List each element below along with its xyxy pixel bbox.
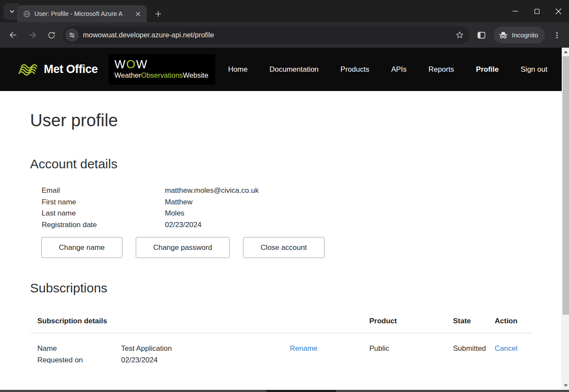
site-header: Met Office WOW WeatherObservationsWebsit… bbox=[0, 48, 562, 91]
field-value-last-name: Moles bbox=[165, 208, 562, 219]
nav-item-sign-out[interactable]: Sign out bbox=[520, 65, 547, 74]
maximize-icon bbox=[534, 9, 540, 14]
bookmark-star-icon[interactable] bbox=[455, 30, 464, 40]
row-label-requested-on: Requested on bbox=[37, 355, 121, 366]
chevron-down-icon bbox=[9, 8, 15, 15]
account-details-heading: Account details bbox=[30, 157, 562, 171]
page-viewport: Met Office WOW WeatherObservationsWebsit… bbox=[0, 48, 562, 390]
footer-peek bbox=[266, 390, 336, 392]
back-button[interactable] bbox=[5, 27, 21, 43]
forward-arrow-icon bbox=[28, 30, 37, 40]
back-arrow-icon bbox=[9, 30, 18, 40]
nav-item-apis[interactable]: APIs bbox=[391, 65, 407, 74]
change-password-button[interactable]: Change password bbox=[136, 237, 230, 258]
field-label-last-name: Last name bbox=[42, 208, 165, 219]
met-office-waves-icon bbox=[17, 61, 40, 79]
minimize-icon bbox=[512, 8, 518, 14]
page-title: User profile bbox=[30, 111, 562, 130]
col-header-product: Product bbox=[369, 317, 453, 325]
subscription-name: Test Application bbox=[121, 343, 290, 355]
side-panel-icon bbox=[477, 31, 486, 40]
col-header-state: State bbox=[453, 317, 495, 325]
plus-icon bbox=[155, 11, 161, 17]
close-account-button[interactable]: Close account bbox=[243, 237, 325, 258]
scrollbar-down-arrow[interactable] bbox=[562, 382, 569, 389]
browser-toolbar: mowowuat.developer.azure-api.net/profile… bbox=[0, 22, 569, 48]
subscription-requested-date: 02/23/2024 bbox=[121, 355, 290, 366]
side-panel-button[interactable] bbox=[474, 27, 489, 43]
subscriptions-table: Subscription details Product State Actio… bbox=[30, 317, 532, 366]
change-name-button[interactable]: Change name bbox=[41, 237, 122, 258]
reload-button[interactable] bbox=[44, 27, 59, 43]
subscription-row-values: Test Application 02/23/2024 bbox=[121, 343, 290, 366]
scrollbar-thumb[interactable] bbox=[563, 56, 569, 315]
incognito-icon bbox=[499, 31, 508, 40]
cancel-link[interactable]: Cancel bbox=[495, 344, 517, 352]
forward-button[interactable] bbox=[24, 27, 40, 43]
wow-wordmark: WOW bbox=[115, 58, 209, 70]
field-value-email: matthew.moles@civica.co.uk bbox=[165, 185, 562, 197]
field-label-email: Email bbox=[42, 185, 165, 197]
met-office-logo[interactable]: Met Office bbox=[17, 61, 98, 79]
site-settings-icon bbox=[68, 31, 76, 39]
field-label-registration-date: Registration date bbox=[42, 219, 165, 231]
site-nav: Home Documentation Products APIs Reports… bbox=[228, 65, 548, 74]
tab-title: User: Profile - Microsoft Azure A bbox=[34, 10, 132, 17]
subscription-state: Submitted bbox=[453, 343, 495, 366]
wow-sub-website: Website bbox=[183, 71, 208, 79]
met-office-wordmark: Met Office bbox=[44, 63, 98, 76]
incognito-label: Incognito bbox=[512, 31, 538, 39]
subscriptions-heading: Subscriptions bbox=[30, 281, 562, 295]
wow-logo[interactable]: WOW WeatherObservationsWebsite bbox=[109, 54, 216, 85]
browser-menu-button[interactable] bbox=[549, 27, 565, 43]
tab-close-button[interactable] bbox=[133, 9, 143, 18]
close-icon bbox=[136, 12, 140, 16]
scrollbar-up-arrow[interactable] bbox=[562, 49, 569, 55]
window-maximize-button[interactable] bbox=[526, 0, 548, 22]
vertical-scrollbar[interactable] bbox=[562, 48, 569, 390]
arrow-down-icon bbox=[564, 384, 568, 387]
nav-item-home[interactable]: Home bbox=[228, 65, 247, 74]
address-bar[interactable]: mowowuat.developer.azure-api.net/profile bbox=[63, 26, 469, 44]
field-value-registration-date: 02/23/2024 bbox=[165, 219, 562, 231]
window-bottom-edge bbox=[0, 390, 569, 392]
reload-icon bbox=[47, 31, 56, 40]
incognito-badge[interactable]: Incognito bbox=[493, 27, 545, 43]
account-actions: Change name Change password Close accoun… bbox=[41, 237, 562, 258]
rename-link[interactable]: Rename bbox=[290, 344, 317, 352]
close-icon bbox=[555, 8, 562, 15]
col-header-action: Action bbox=[495, 317, 532, 325]
url-text[interactable]: mowowuat.developer.azure-api.net/profile bbox=[83, 31, 455, 39]
nav-item-reports[interactable]: Reports bbox=[429, 65, 454, 74]
subscription-row-labels: Name Requested on bbox=[37, 343, 121, 366]
field-label-first-name: First name bbox=[42, 197, 165, 208]
nav-item-profile[interactable]: Profile bbox=[476, 65, 499, 74]
window-close-button[interactable] bbox=[548, 0, 569, 22]
new-tab-button[interactable] bbox=[151, 7, 165, 21]
wow-sub-weather: Weather bbox=[115, 71, 141, 79]
subscription-row: Name Requested on Test Application 02/23… bbox=[30, 334, 532, 366]
wow-o: O bbox=[126, 58, 136, 71]
row-label-name: Name bbox=[37, 343, 121, 355]
browser-tab[interactable]: User: Profile - Microsoft Azure A bbox=[17, 5, 147, 22]
account-fields: Email matthew.moles@civica.co.uk First n… bbox=[42, 185, 562, 231]
wow-subtitle: WeatherObservationsWebsite bbox=[115, 71, 209, 79]
wow-sub-observations: Observations bbox=[141, 71, 183, 79]
wow-w1: W bbox=[115, 58, 126, 71]
kebab-menu-icon bbox=[553, 31, 561, 39]
subscriptions-table-header: Subscription details Product State Actio… bbox=[30, 317, 532, 334]
nav-item-documentation[interactable]: Documentation bbox=[269, 65, 318, 74]
tab-title-fade bbox=[121, 11, 132, 21]
site-info-button[interactable] bbox=[65, 28, 79, 42]
subscription-product: Public bbox=[369, 343, 453, 366]
globe-favicon-icon bbox=[23, 10, 30, 18]
window-minimize-button[interactable] bbox=[505, 0, 526, 22]
col-header-subscription-details: Subscription details bbox=[37, 317, 290, 325]
browser-titlebar: User: Profile - Microsoft Azure A bbox=[0, 0, 569, 22]
field-value-first-name: Matthew bbox=[165, 197, 562, 208]
arrow-up-icon bbox=[564, 51, 568, 53]
wow-w2: W bbox=[136, 58, 148, 71]
nav-item-products[interactable]: Products bbox=[341, 65, 369, 74]
main-content: User profile Account details Email matth… bbox=[0, 111, 562, 366]
